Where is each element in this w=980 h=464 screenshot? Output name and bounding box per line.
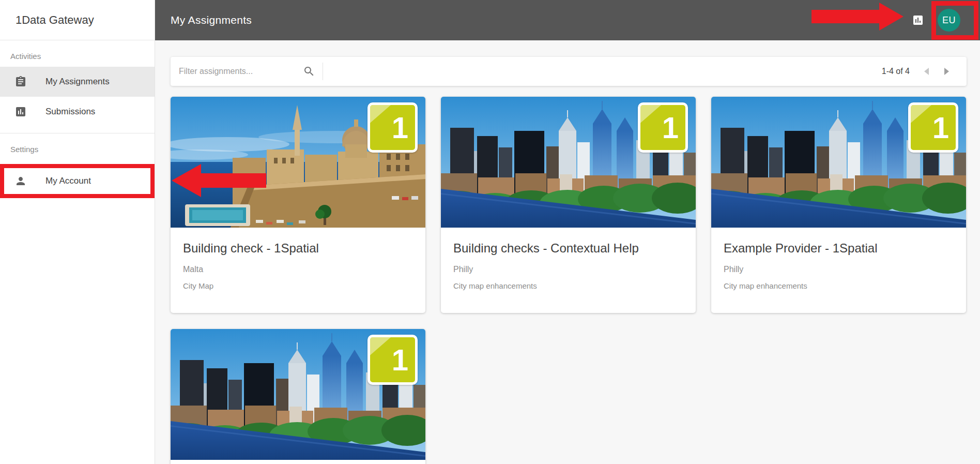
submissions-chart-button[interactable]: [912, 14, 924, 26]
filter-toolbar: 1-4 of 4: [171, 57, 967, 86]
red-box-annotation-my-account: My Account: [0, 164, 155, 198]
logo-number: 1: [392, 113, 408, 143]
card-subtitle: Philly: [724, 265, 954, 274]
bar-chart-icon: [14, 106, 27, 118]
logo-number: 1: [932, 113, 949, 143]
assignment-card-grid: 1 Building check - 1Spatial Malta City M…: [171, 97, 967, 464]
sidebar-item-label: My Assignments: [45, 77, 110, 87]
chevron-left-icon: [924, 68, 929, 75]
card-description: City map enhancements: [724, 281, 954, 290]
onespatial-logo-badge: 1: [368, 102, 418, 153]
sidebar-item-label: Submissions: [45, 107, 95, 117]
pagination-range-label: 1-4 of 4: [882, 67, 910, 76]
card-subtitle: Malta: [183, 265, 413, 274]
page-title: My Assignments: [171, 0, 252, 40]
sidebar-section-activities: Activities: [0, 40, 155, 67]
card-description: City Map: [183, 281, 413, 290]
avatar-initials: EU: [942, 15, 956, 26]
sidebar-item-label: My Account: [45, 176, 91, 186]
card-title: Building check - 1Spatial: [183, 241, 413, 256]
red-arrow-tail: [811, 10, 879, 23]
sidebar-item-my-assignments[interactable]: My Assignments: [0, 67, 155, 97]
card-image-philadelphia-skyline: 1: [171, 329, 425, 460]
main-content: 1-4 of 4 1: [155, 40, 980, 464]
assignment-card-building-check-1spatial[interactable]: 1 Building check - 1Spatial Malta City M…: [171, 97, 425, 313]
card-image-valletta-malta-cityscape: 1: [171, 97, 425, 228]
card-body: Building check - 1Spatial Malta City Map: [171, 228, 425, 290]
card-body: Building checks - Contextual Help Philly…: [441, 228, 696, 290]
assignment-icon: [14, 76, 27, 88]
card-description: City map enhancements: [453, 281, 683, 290]
sidebar-item-submissions[interactable]: Submissions: [0, 97, 155, 127]
card-title: Building checks - Contextual Help: [453, 241, 683, 256]
card-body: [171, 460, 425, 464]
toolbar-divider: [323, 63, 323, 80]
assignment-card-building-checks-contextual-help[interactable]: 1 Building checks - Contextual Help Phil…: [441, 97, 696, 313]
pagination-prev-button[interactable]: [921, 65, 932, 78]
card-body: Example Provider - 1Spatial Philly City …: [711, 228, 966, 290]
sidebar: 1Data Gateway Activities My Assignments …: [0, 0, 155, 464]
assignment-card-example-provider-1spatial[interactable]: 1 Example Provider - 1Spatial Philly Cit…: [711, 97, 966, 313]
card-title: Example Provider - 1Spatial: [724, 241, 954, 256]
card-subtitle: Philly: [453, 265, 683, 274]
onespatial-logo-badge: 1: [908, 102, 958, 153]
avatar[interactable]: EU: [938, 9, 960, 32]
red-arrow-annotation-topbar: [811, 3, 904, 31]
bar-chart-icon: [912, 14, 924, 26]
card-image-philadelphia-skyline: 1: [441, 97, 696, 228]
sidebar-section-settings: Settings: [0, 133, 155, 160]
sidebar-item-my-account[interactable]: My Account: [4, 168, 150, 194]
topbar: My Assignments EU: [155, 0, 980, 40]
red-arrow-head: [879, 3, 904, 31]
chevron-right-icon: [944, 68, 949, 75]
onespatial-logo-badge: 1: [638, 102, 688, 153]
card-image-philadelphia-skyline: 1: [711, 97, 966, 228]
logo-number: 1: [392, 345, 408, 375]
search-button[interactable]: [303, 65, 315, 78]
app-brand: 1Data Gateway: [0, 0, 155, 40]
person-icon: [14, 175, 27, 187]
search-icon: [303, 65, 315, 78]
logo-number: 1: [662, 113, 679, 143]
assignment-card-partial[interactable]: 1: [171, 329, 425, 464]
filter-assignments-input[interactable]: [179, 67, 302, 76]
onespatial-logo-badge: 1: [368, 335, 418, 385]
pagination-next-button[interactable]: [941, 65, 952, 78]
